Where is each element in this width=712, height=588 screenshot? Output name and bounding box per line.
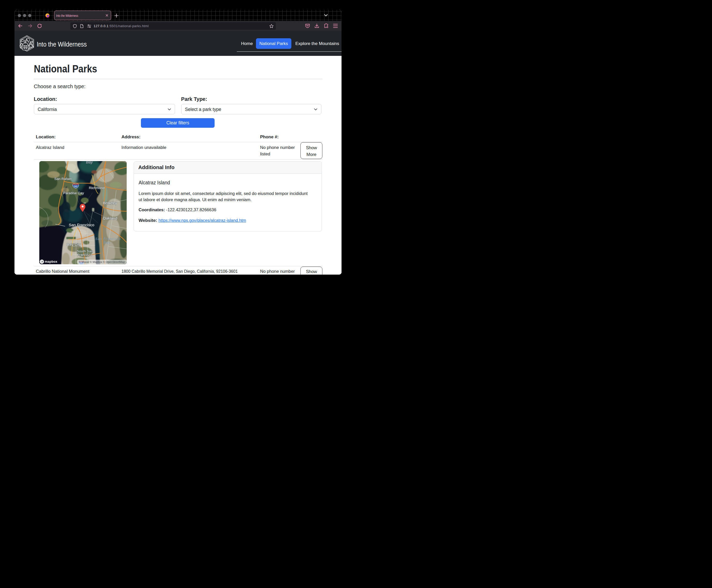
svg-text:South San: South San (77, 249, 93, 253)
svg-text:Berkeley: Berkeley (103, 201, 117, 205)
svg-text:580: 580 (74, 185, 78, 187)
svg-text:Francisco: Francisco (77, 253, 92, 257)
svg-text:Paradise Cay: Paradise Cay (63, 191, 84, 195)
svg-text:mapbox: mapbox (45, 260, 58, 264)
svg-text:Daly City: Daly City (67, 243, 81, 247)
svg-text:Oakland: Oakland (103, 216, 117, 220)
svg-text:San Rafael: San Rafael (54, 177, 72, 181)
svg-text:Bay: Bay (104, 241, 110, 244)
svg-text:Richmond: Richmond (89, 186, 105, 190)
svg-text:© Maxar © Mapbox © OpenStreetM: © Maxar © Mapbox © OpenStreetMap (79, 261, 125, 264)
svg-text:San Francisco: San Francisco (95, 237, 121, 241)
svg-text:San Francisco: San Francisco (69, 223, 94, 227)
svg-text:Bay: Bay (86, 161, 93, 164)
